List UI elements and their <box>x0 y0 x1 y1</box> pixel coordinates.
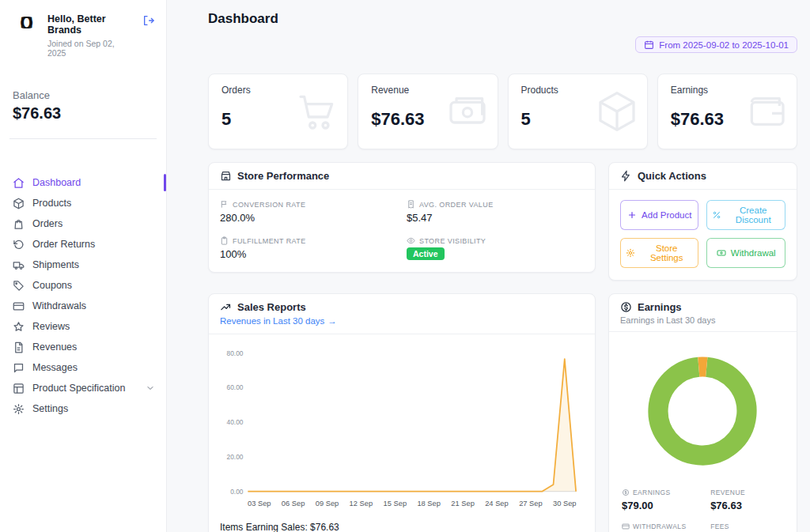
dollar-circle-icon <box>620 301 632 313</box>
flag-icon <box>220 200 229 209</box>
earnings-stat-earnings: Earnings $79.00 <box>622 489 702 511</box>
grid-icon <box>13 383 25 394</box>
date-range-button[interactable]: From 2025-09-02 to 2025-10-01 <box>635 36 797 53</box>
svg-text:21 Sep: 21 Sep <box>451 500 475 507</box>
metric-conversion-rate: Conversion Rate 280.0% <box>220 200 397 224</box>
earnings-stat-revenue: Revenue $76.63 <box>710 489 784 511</box>
sidebar-item-orders[interactable]: Orders <box>0 213 166 234</box>
sidebar-item-label: Dashboard <box>32 177 81 188</box>
truck-icon <box>13 259 25 271</box>
balance-label: Balance <box>13 89 153 101</box>
sidebar-item-messages[interactable]: Messages <box>0 357 166 378</box>
sales-footer: Items Earning Sales: $76.63 <box>209 513 595 532</box>
withdrawal-button[interactable]: Withdrawal <box>706 238 785 268</box>
sales-chart: 0.0020.0040.0060.0080.0003 Sep06 Sep09 S… <box>209 334 595 513</box>
quick-actions-card: Quick Actions Add Product Create Discoun… <box>608 162 797 281</box>
wallet-icon <box>744 89 789 134</box>
metric-value: 100% <box>220 248 397 260</box>
user-greeting: Hello, Better Brands <box>47 13 134 36</box>
sidebar-nav: Dashboard Products Orders Order Returns … <box>0 172 166 419</box>
store-performance-card: Store Performance Conversion Rate 280.0%… <box>208 162 596 273</box>
chat-icon <box>13 362 25 374</box>
svg-text:24 Sep: 24 Sep <box>485 500 509 507</box>
sidebar-item-label: Revenues <box>32 341 77 353</box>
store-performance-metrics: Conversion Rate 280.0% Avg. Order Value … <box>209 190 595 272</box>
row-sales-earnings: Sales Reports Revenues in Last 30 days →… <box>208 293 797 532</box>
coin-icon <box>622 489 630 496</box>
store-performance-title: Store Performance <box>237 170 329 182</box>
svg-text:27 Sep: 27 Sep <box>519 500 543 507</box>
metric-value: 280.0% <box>220 212 397 224</box>
svg-text:40.00: 40.00 <box>227 418 244 426</box>
quick-actions-buttons: Add Product Create Discount Store Settin… <box>609 190 797 280</box>
sidebar-item-label: Settings <box>32 403 68 414</box>
quick-actions-title: Quick Actions <box>638 170 706 182</box>
earnings-donut <box>609 332 797 485</box>
svg-text:80.00: 80.00 <box>227 349 244 357</box>
revenues-30-days-link[interactable]: Revenues in Last 30 days → <box>220 316 337 326</box>
sidebar-item-label: Withdrawals <box>32 300 86 311</box>
user-info: Hello, Better Brands Joined on Sep 02, 2… <box>47 12 134 58</box>
sidebar-item-label: Product Specification <box>32 383 125 394</box>
sidebar-item-label: Products <box>32 198 71 209</box>
sidebar-divider <box>9 138 157 139</box>
earnings-title: Earnings <box>638 301 682 313</box>
gear-icon <box>626 248 635 258</box>
svg-text:15 Sep: 15 Sep <box>384 500 407 507</box>
earnings-stat-fees: Fees $2.37 <box>710 523 784 532</box>
logout-icon[interactable] <box>142 14 155 27</box>
sidebar-item-label: Order Returns <box>32 239 95 250</box>
arrow-right-icon: → <box>327 316 337 326</box>
earnings-stats: Earnings $79.00 Revenue $76.63 Withdrawa… <box>609 485 797 532</box>
sidebar-item-order-returns[interactable]: Order Returns <box>0 234 166 255</box>
metric-avg-order-value: Avg. Order Value $5.47 <box>407 200 584 224</box>
stat-card-orders: Orders 5 <box>208 74 348 149</box>
svg-text:18 Sep: 18 Sep <box>417 500 441 507</box>
row-performance-actions: Store Performance Conversion Rate 280.0%… <box>208 162 797 281</box>
tag-icon <box>13 280 25 292</box>
store-settings-button[interactable]: Store Settings <box>620 238 699 268</box>
stat-value: $76.63 <box>710 500 784 511</box>
sales-reports-header: Sales Reports Revenues in Last 30 days → <box>209 294 595 334</box>
cart-icon <box>295 89 339 134</box>
calendar-icon <box>644 40 654 50</box>
sidebar-item-shipments[interactable]: Shipments <box>0 255 166 275</box>
credit-card-icon <box>13 300 25 312</box>
sidebar: CC Hello, Better Brands Joined on Sep 02… <box>0 0 167 532</box>
stat-card-products: Products 5 <box>508 74 648 149</box>
sidebar-item-product-specification[interactable]: Product Specification <box>0 378 166 398</box>
percent-icon <box>712 210 721 220</box>
create-discount-button[interactable]: Create Discount <box>706 200 785 230</box>
svg-text:03 Sep: 03 Sep <box>248 500 271 507</box>
gear-icon <box>13 403 25 415</box>
package-icon <box>13 198 25 209</box>
sidebar-item-coupons[interactable]: Coupons <box>0 275 166 296</box>
svg-text:0.00: 0.00 <box>230 488 244 496</box>
add-product-button[interactable]: Add Product <box>620 200 699 230</box>
sidebar-item-label: Reviews <box>32 321 70 332</box>
chevron-down-icon[interactable] <box>146 383 155 393</box>
quick-actions-header: Quick Actions <box>609 163 797 190</box>
store-performance-header: Store Performance <box>209 163 595 190</box>
stats-row: Orders 5 Revenue $76.63 Products 5 Earni… <box>208 74 797 149</box>
sidebar-item-products[interactable]: Products <box>0 193 166 213</box>
metric-fulfillment-rate: Fulfillment Rate 100% <box>220 236 397 260</box>
sidebar-item-reviews[interactable]: Reviews <box>0 316 166 337</box>
metric-value: $5.47 <box>407 212 584 224</box>
stat-card-earnings: Earnings $76.63 <box>657 74 797 149</box>
sidebar-item-dashboard[interactable]: Dashboard <box>0 172 166 193</box>
trending-up-icon <box>220 301 232 313</box>
star-icon <box>13 321 25 333</box>
sidebar-item-revenues[interactable]: Revenues <box>0 337 166 357</box>
earnings-subtitle: Earnings in Last 30 days <box>620 315 785 325</box>
sidebar-item-withdrawals[interactable]: Withdrawals <box>0 296 166 316</box>
balance-value: $76.63 <box>13 104 153 123</box>
earnings-header: Earnings Earnings in Last 30 days <box>609 294 797 332</box>
page-title: Dashboard <box>208 11 797 27</box>
brand-cc-logo: CC <box>13 12 40 36</box>
sidebar-item-settings[interactable]: Settings <box>0 398 166 419</box>
stat-card-revenue: Revenue $76.63 <box>358 74 498 149</box>
svg-text:09 Sep: 09 Sep <box>316 500 339 507</box>
main-content: Dashboard From 2025-09-02 to 2025-10-01 … <box>167 0 810 532</box>
sales-reports-card: Sales Reports Revenues in Last 30 days →… <box>208 293 596 532</box>
